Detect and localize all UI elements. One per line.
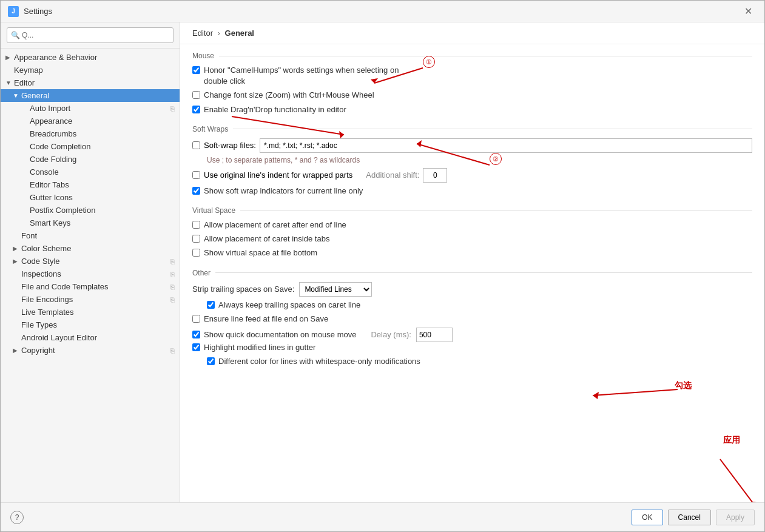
soft-wrap-checkbox[interactable] <box>192 141 200 149</box>
sidebar-item-label: Console <box>30 167 175 177</box>
annotation-apply-text: 应用 <box>723 435 740 446</box>
sidebar-item-postfix-completion[interactable]: Postfix Completion <box>1 204 180 217</box>
content-header: Editor › General <box>180 22 764 44</box>
sidebar-item-console[interactable]: Console <box>1 166 180 178</box>
sidebar-item-copyright[interactable]: ▶ Copyright ⎘ <box>1 344 180 357</box>
soft-wrap-files-row: Soft-wrap files: <box>192 138 752 153</box>
bottom-bar: ? OK Cancel Apply <box>1 502 764 531</box>
caret-inside-tabs-checkbox[interactable] <box>192 235 200 243</box>
sidebar-item-label: Auto Import <box>30 104 170 113</box>
search-input[interactable] <box>7 27 174 43</box>
sidebar: 🔍 ▶ Appearance & Behavior Keymap ▼ <box>1 22 180 502</box>
breadcrumb: Editor › General <box>192 29 254 38</box>
delay-input[interactable] <box>416 328 453 342</box>
sidebar-item-keymap[interactable]: Keymap <box>1 64 180 76</box>
checkbox-caret-inside-tabs: Allow placement of caret inside tabs <box>192 234 752 244</box>
sidebar-item-color-scheme[interactable]: ▶ Color Scheme <box>1 242 180 255</box>
bottom-right-buttons: OK Cancel Apply <box>632 510 755 525</box>
soft-wrap-hint: Use ; to separate patterns, * and ? as w… <box>207 156 752 164</box>
cancel-button[interactable]: Cancel <box>668 510 711 525</box>
nav-tree: ▶ Appearance & Behavior Keymap ▼ Editor … <box>1 49 180 502</box>
sidebar-item-label: Smart Keys <box>30 218 175 227</box>
section-title-other: Other <box>192 269 752 277</box>
sidebar-item-code-completion[interactable]: Code Completion <box>1 140 180 153</box>
sidebar-item-inspections[interactable]: Inspections ⎘ <box>1 268 180 280</box>
help-button[interactable]: ? <box>10 511 24 524</box>
virtual-space-bottom-checkbox[interactable] <box>192 249 200 257</box>
settings-content: Mouse Honor "CamelHumps" words settings … <box>180 44 764 389</box>
copy-icon: ⎘ <box>170 271 175 278</box>
caret-after-end-checkbox[interactable] <box>192 221 200 229</box>
sidebar-item-editor-tabs[interactable]: Editor Tabs <box>1 178 180 191</box>
other-section: Other Strip trailing spaces on Save: Mod… <box>192 269 752 368</box>
svg-line-6 <box>593 389 678 396</box>
strip-select[interactable]: Modified Lines None All Leading <box>299 282 372 297</box>
sidebar-item-android-layout[interactable]: Android Layout Editor <box>1 331 180 344</box>
ok-button[interactable]: OK <box>632 510 662 525</box>
svg-marker-9 <box>753 502 760 502</box>
sidebar-item-label: Android Layout Editor <box>21 333 175 342</box>
section-title-soft-wraps: Soft Wraps <box>192 125 752 133</box>
sidebar-item-appearance[interactable]: Appearance <box>1 115 180 127</box>
original-indent-checkbox[interactable] <box>192 171 200 179</box>
checkbox-camel-humps: Honor "CamelHumps" words settings when s… <box>192 65 752 87</box>
camel-humps-checkbox[interactable] <box>192 66 200 74</box>
sidebar-item-label: Keymap <box>14 66 175 75</box>
drag-drop-label: Enable Drag'n'Drop functionality in edit… <box>204 104 346 115</box>
delay-label: Delay (ms): <box>371 330 411 339</box>
show-quick-doc-checkbox[interactable] <box>192 331 200 338</box>
checkbox-drag-drop: Enable Drag'n'Drop functionality in edit… <box>192 104 752 115</box>
highlight-modified-checkbox[interactable] <box>192 343 200 351</box>
sidebar-item-label: Appearance <box>30 116 175 126</box>
close-button[interactable]: ✕ <box>740 3 757 19</box>
sidebar-item-code-style[interactable]: ▶ Code Style ⎘ <box>1 255 180 268</box>
shift-input[interactable] <box>423 168 447 183</box>
checkbox-diff-whitespace: Different color for lines with whitespac… <box>207 356 752 367</box>
soft-wraps-section: Soft Wraps Soft-wrap files: Use ; to sep… <box>192 125 752 197</box>
zoom-font-checkbox[interactable] <box>192 91 200 99</box>
apply-button[interactable]: Apply <box>716 510 755 525</box>
sidebar-item-label: Editor <box>14 78 175 87</box>
section-title-mouse: Mouse <box>192 52 752 60</box>
svg-marker-7 <box>593 392 599 399</box>
sidebar-item-font[interactable]: Font <box>1 229 180 242</box>
caret-after-end-label: Allow placement of caret after end of li… <box>204 220 346 231</box>
sidebar-item-label: Color Scheme <box>21 244 175 253</box>
diff-whitespace-checkbox[interactable] <box>207 357 215 365</box>
sidebar-item-appearance-behavior[interactable]: ▶ Appearance & Behavior <box>1 51 180 64</box>
sidebar-item-gutter-icons[interactable]: Gutter Icons <box>1 191 180 204</box>
content-area: Editor › General Mouse Honor "CamelHumps… <box>180 22 764 502</box>
ensure-line-feed-checkbox[interactable] <box>192 315 200 323</box>
sidebar-item-label: General <box>21 91 175 100</box>
sidebar-item-code-folding[interactable]: Code Folding <box>1 153 180 166</box>
sidebar-item-breadcrumbs[interactable]: Breadcrumbs <box>1 127 180 140</box>
show-indicators-label: Show soft wrap indicators for current li… <box>204 186 363 197</box>
expand-arrow: ▶ <box>5 54 14 61</box>
drag-drop-checkbox[interactable] <box>192 106 200 113</box>
show-quick-doc-row: Show quick documentation on mouse move D… <box>192 328 752 342</box>
breadcrumb-part1: Editor <box>192 29 213 38</box>
soft-wrap-input[interactable] <box>260 138 752 153</box>
sidebar-item-label: Editor Tabs <box>30 180 175 189</box>
sidebar-item-file-code-templates[interactable]: File and Code Templates ⎘ <box>1 280 180 293</box>
keep-trailing-checkbox[interactable] <box>207 301 215 309</box>
expand-arrow: ▶ <box>13 258 21 264</box>
show-indicators-checkbox[interactable] <box>192 187 200 195</box>
copy-icon: ⎘ <box>170 347 175 354</box>
show-quick-doc-label: Show quick documentation on mouse move <box>204 329 356 340</box>
sidebar-item-editor[interactable]: ▼ Editor <box>1 76 180 89</box>
keep-trailing-label: Always keep trailing spaces on caret lin… <box>218 300 360 311</box>
camel-humps-label: Honor "CamelHumps" words settings when s… <box>204 65 399 87</box>
sidebar-item-label: Code Folding <box>30 155 175 164</box>
sidebar-item-auto-import[interactable]: Auto Import ⎘ <box>1 102 180 115</box>
sidebar-item-file-types[interactable]: File Types <box>1 318 180 331</box>
sidebar-item-label: Gutter Icons <box>30 193 175 202</box>
settings-window: J Settings ✕ 🔍 ▶ Appearance & Behavior <box>0 0 765 532</box>
sidebar-item-live-templates[interactable]: Live Templates <box>1 306 180 318</box>
sidebar-item-smart-keys[interactable]: Smart Keys <box>1 217 180 229</box>
section-title-virtual-space: Virtual Space <box>192 206 752 215</box>
window-title: Settings <box>24 7 740 16</box>
sidebar-item-general[interactable]: ▼ General <box>1 89 180 102</box>
sidebar-item-label: Code Style <box>21 257 170 266</box>
sidebar-item-file-encodings[interactable]: File Encodings ⎘ <box>1 293 180 306</box>
